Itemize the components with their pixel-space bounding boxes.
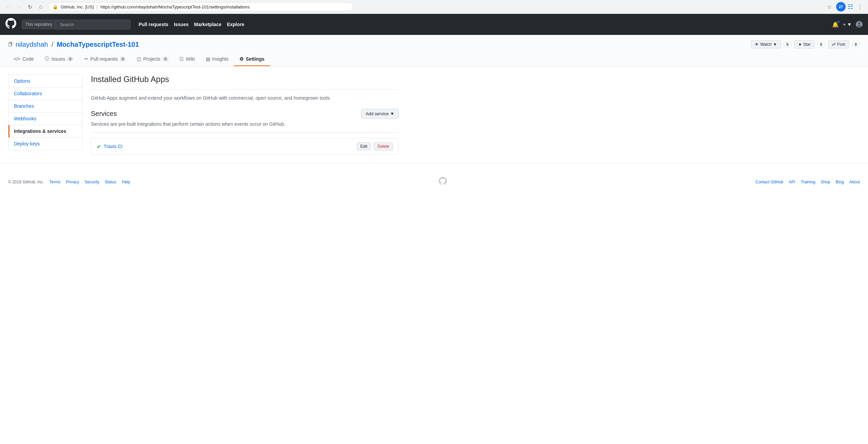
browser-address-bar[interactable]: 🔒 GitHub, Inc. [US] | https://github.com…: [48, 2, 353, 11]
footer-link-contact[interactable]: Contact GitHub: [755, 180, 783, 184]
user-avatar[interactable]: [856, 21, 863, 28]
tab-settings[interactable]: ⚙ Settings: [234, 53, 270, 66]
footer-link-privacy[interactable]: Privacy: [66, 180, 79, 184]
star-count: 0: [817, 42, 825, 47]
service-item: ✔ Travis CI Edit Delete: [91, 138, 399, 155]
page-title: Installed GitHub Apps: [91, 75, 399, 90]
tab-code[interactable]: </> Code: [8, 53, 39, 66]
watch-arrow-icon: ▼: [773, 42, 777, 47]
service-edit-button[interactable]: Edit: [357, 142, 371, 150]
footer-link-security[interactable]: Security: [85, 180, 99, 184]
tab-issues[interactable]: ⓘ Issues 0: [39, 53, 79, 66]
sidebar-item-branches[interactable]: Branches: [8, 100, 82, 113]
tab-wiki[interactable]: ☷ Wiki: [174, 53, 200, 66]
sidebar-item-collaborators[interactable]: Collaborators: [8, 87, 82, 100]
back-button[interactable]: ←: [3, 2, 13, 12]
service-delete-button[interactable]: Delete: [374, 142, 393, 150]
projects-badge: 0: [162, 57, 169, 61]
forward-button[interactable]: →: [14, 2, 24, 12]
issue-icon: ⓘ: [45, 56, 50, 62]
pr-badge: 0: [120, 57, 126, 61]
address-url: https://github.com/nilaydshah/MochaTypes…: [100, 4, 250, 9]
new-item-button[interactable]: + ▼: [843, 22, 852, 27]
fork-label: Fork: [837, 42, 845, 47]
star-button[interactable]: ★ Star: [794, 40, 814, 48]
star-label: Star: [803, 42, 811, 47]
add-service-label: Add service: [366, 111, 389, 116]
nav-pull-requests[interactable]: Pull requests: [139, 22, 169, 27]
footer-link-about[interactable]: About: [849, 180, 860, 184]
repo-title-row: 🗍 nilaydshah / MochaTypescriptTest-101 👁…: [8, 40, 860, 48]
repo-header: 🗍 nilaydshah / MochaTypescriptTest-101 👁…: [0, 35, 868, 66]
bookmark-button[interactable]: ☆: [825, 2, 834, 12]
notifications-bell[interactable]: 🔔: [832, 21, 839, 28]
page-description: GitHub Apps augment and extend your work…: [91, 95, 399, 101]
browser-nav-buttons: ← → ↻ ⌂: [3, 2, 45, 12]
sidebar-item-deploy-keys[interactable]: Deploy keys: [8, 138, 82, 150]
fork-button[interactable]: ☍ Fork: [828, 40, 849, 48]
add-service-arrow-icon: ▼: [390, 111, 394, 116]
nav-explore[interactable]: Explore: [227, 22, 244, 27]
service-check-icon: ✔: [97, 143, 101, 150]
github-logo[interactable]: [5, 18, 16, 31]
notification-dot: [837, 20, 840, 23]
menu-button[interactable]: ⋮: [855, 2, 865, 12]
tab-insights[interactable]: ▤ Insights: [200, 53, 234, 66]
repo-name-link[interactable]: MochaTypescriptTest-101: [57, 41, 139, 48]
search-input[interactable]: [56, 20, 131, 29]
tab-projects[interactable]: ◫ Projects 0: [131, 53, 174, 66]
footer-link-blog[interactable]: Blog: [836, 180, 844, 184]
repo-icon: 🗍: [8, 42, 13, 47]
footer-link-api[interactable]: API: [789, 180, 795, 184]
address-origin: GitHub, Inc. [US]: [61, 4, 94, 9]
nav-issues[interactable]: Issues: [174, 22, 189, 27]
main-content: Options Collaborators Branches Webhooks …: [0, 66, 407, 163]
wiki-icon: ☷: [179, 56, 184, 62]
address-divider: |: [97, 4, 98, 9]
browser-chrome: ← → ↻ ⌂ 🔒 GitHub, Inc. [US] | https://gi…: [0, 0, 868, 14]
code-icon: </>: [14, 56, 20, 62]
profile-badge[interactable]: 27: [836, 2, 846, 12]
footer-copyright: © 2018 GitHub, Inc.: [8, 180, 44, 184]
watch-button[interactable]: 👁 Watch ▼: [751, 40, 781, 48]
home-button[interactable]: ⌂: [36, 2, 45, 12]
repo-slash: /: [52, 41, 54, 48]
star-icon: ★: [798, 42, 802, 47]
footer-link-terms[interactable]: Terms: [50, 180, 61, 184]
watch-label: Watch: [760, 42, 772, 47]
github-footer: © 2018 GitHub, Inc. Terms Privacy Securi…: [0, 163, 868, 195]
main-nav: Pull requests Issues Marketplace Explore: [139, 22, 244, 27]
eye-icon: 👁: [755, 42, 759, 47]
service-actions: Edit Delete: [357, 142, 393, 150]
settings-sidebar: Options Collaborators Branches Webhooks …: [8, 75, 83, 150]
repo-actions: 👁 Watch ▼ 0 ★ Star 0 ☍ Fork 0: [751, 40, 860, 48]
svg-point-0: [858, 22, 861, 25]
service-item-left: ✔ Travis CI: [97, 143, 122, 150]
projects-icon: ◫: [137, 56, 141, 62]
reload-button[interactable]: ↻: [25, 2, 35, 12]
sidebar-item-integrations[interactable]: Integrations & services: [8, 125, 82, 138]
nav-marketplace[interactable]: Marketplace: [194, 22, 221, 27]
fork-icon: ☍: [832, 42, 836, 47]
insights-icon: ▤: [206, 56, 210, 62]
repo-tabs: </> Code ⓘ Issues 0 ⚰ Pull requests 0 ◫ …: [8, 53, 860, 66]
pr-icon: ⚰: [84, 56, 88, 62]
header-right: 🔔 + ▼: [832, 21, 863, 28]
tab-pull-requests[interactable]: ⚰ Pull requests 0: [79, 53, 131, 66]
windows-icon: ☷: [848, 3, 853, 11]
add-service-button[interactable]: Add service ▼: [361, 109, 399, 119]
footer-link-help[interactable]: Help: [122, 180, 130, 184]
repo-owner-link[interactable]: nilaydshah: [16, 41, 48, 48]
settings-content-area: Installed GitHub Apps GitHub Apps augmen…: [91, 75, 399, 155]
footer-link-status[interactable]: Status: [105, 180, 116, 184]
search-context-label: This repository: [22, 20, 56, 29]
footer-link-training[interactable]: Training: [801, 180, 815, 184]
footer-logo: [439, 177, 447, 187]
sidebar-item-options[interactable]: Options: [8, 75, 82, 87]
services-description: Services are pre-built integrations that…: [91, 121, 399, 133]
footer-link-shop[interactable]: Shop: [821, 180, 830, 184]
browser-actions: ☆ 27 ☷ ⋮: [825, 2, 865, 12]
services-header: Services Add service ▼: [91, 109, 399, 119]
sidebar-item-webhooks[interactable]: Webhooks: [8, 113, 82, 125]
service-name-link[interactable]: Travis CI: [104, 144, 122, 149]
